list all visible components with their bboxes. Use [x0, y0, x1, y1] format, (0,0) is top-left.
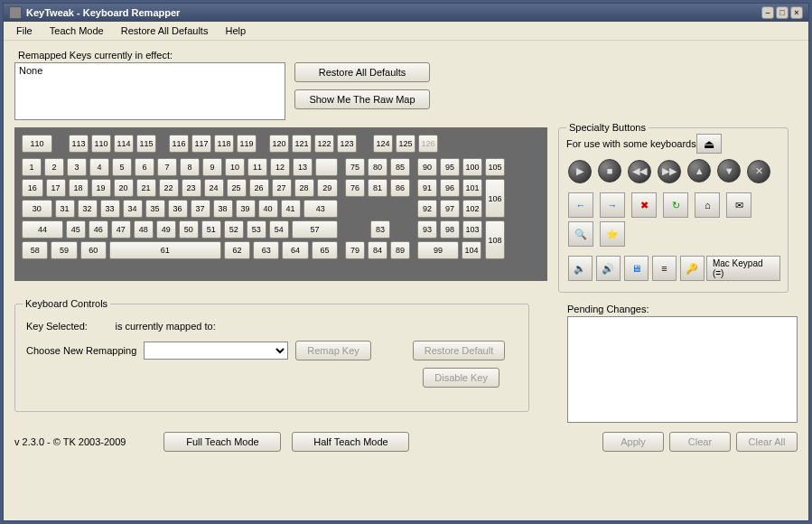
nav-search-button[interactable]: 🔍 [568, 221, 593, 247]
app-button-1[interactable]: 🔈 [568, 256, 593, 281]
key[interactable]: 33 [100, 200, 120, 218]
key[interactable]: 81 [368, 179, 387, 197]
key[interactable]: 2 [44, 158, 64, 176]
key[interactable]: 117 [191, 135, 211, 153]
key[interactable]: 105 [485, 158, 505, 176]
apply-button[interactable]: Apply [602, 432, 664, 452]
key[interactable]: 25 [227, 179, 247, 197]
key[interactable]: 44 [22, 220, 63, 239]
minimize-button[interactable]: – [761, 6, 774, 19]
key[interactable]: 8 [180, 158, 200, 176]
key[interactable]: 86 [390, 179, 410, 197]
key[interactable]: 90 [417, 158, 437, 176]
key[interactable]: 52 [224, 220, 244, 239]
key[interactable]: 108 [485, 220, 505, 259]
app-button-2[interactable]: 🔊 [596, 256, 621, 281]
key[interactable]: 45 [66, 220, 86, 239]
key[interactable]: 106 [485, 179, 505, 218]
menu-restore-defaults[interactable]: Restore All Defaults [114, 23, 216, 38]
key[interactable]: 54 [269, 220, 289, 239]
menu-help[interactable]: Help [218, 23, 253, 38]
key[interactable]: 38 [213, 200, 233, 218]
key[interactable]: 123 [337, 135, 357, 153]
key[interactable]: 92 [417, 200, 437, 218]
clear-button[interactable]: Clear [669, 432, 731, 452]
media-stop-button[interactable]: ■ [598, 159, 621, 182]
key[interactable]: 11 [247, 158, 267, 176]
media-prev-button[interactable]: ◀◀ [628, 160, 651, 183]
key[interactable]: 18 [69, 179, 89, 197]
key[interactable]: 98 [440, 220, 460, 239]
nav-home-button[interactable]: ⌂ [695, 192, 720, 218]
nav-favorites-button[interactable]: ⭐ [600, 221, 625, 247]
menu-file[interactable]: File [9, 23, 40, 38]
key[interactable]: 48 [134, 220, 154, 239]
media-vol-up-button[interactable]: ▲ [687, 159, 711, 182]
show-raw-map-button[interactable]: Show Me The Raw Map [294, 89, 430, 109]
key[interactable]: 79 [345, 241, 365, 259]
key[interactable]: 7 [157, 158, 177, 176]
key[interactable]: 95 [440, 158, 460, 176]
nav-stop-button[interactable]: ✖ [631, 192, 657, 218]
key[interactable]: 89 [390, 241, 410, 259]
key[interactable]: 60 [80, 241, 107, 259]
key[interactable]: 6 [135, 158, 154, 176]
calculator-button[interactable]: ≡ [652, 256, 677, 281]
key[interactable]: 124 [373, 135, 393, 153]
key[interactable]: 116 [169, 135, 189, 153]
half-teach-mode-button[interactable]: Half Teach Mode [292, 432, 409, 452]
key[interactable]: 46 [89, 220, 108, 239]
key[interactable]: 63 [253, 241, 279, 259]
key[interactable]: 32 [78, 200, 98, 218]
key[interactable]: 3 [67, 158, 87, 176]
key[interactable]: 4 [89, 158, 109, 176]
key[interactable]: 58 [22, 241, 48, 259]
key[interactable]: 24 [204, 179, 224, 197]
key[interactable]: 83 [370, 220, 390, 239]
key[interactable]: 76 [345, 179, 365, 197]
key[interactable]: 9 [202, 158, 222, 176]
key[interactable]: 85 [390, 158, 410, 176]
key[interactable]: 110 [22, 135, 52, 153]
key[interactable]: 36 [168, 200, 188, 218]
key[interactable]: 31 [55, 200, 75, 218]
key[interactable]: 50 [179, 220, 199, 239]
key[interactable]: 65 [312, 241, 338, 259]
key[interactable]: 17 [46, 179, 66, 197]
sleep-button[interactable]: 🔑 [680, 256, 705, 281]
key[interactable]: 53 [247, 220, 266, 239]
key[interactable]: 39 [236, 200, 256, 218]
key[interactable]: 27 [272, 179, 292, 197]
key[interactable]: 19 [91, 179, 111, 197]
nav-back-button[interactable]: ← [568, 192, 593, 218]
full-teach-mode-button[interactable]: Full Teach Mode [163, 432, 281, 452]
key[interactable]: 97 [440, 200, 460, 218]
key[interactable]: 13 [293, 158, 313, 176]
key[interactable]: 41 [281, 200, 301, 218]
key[interactable]: 75 [345, 158, 365, 176]
key[interactable]: 22 [159, 179, 179, 197]
key[interactable]: 125 [396, 135, 415, 153]
clear-all-button[interactable]: Clear All [736, 432, 798, 452]
key[interactable]: 64 [282, 241, 308, 259]
maximize-button[interactable]: □ [776, 6, 789, 19]
media-next-button[interactable]: ▶▶ [658, 160, 681, 183]
key[interactable]: 51 [201, 220, 221, 239]
key[interactable]: 1 [22, 158, 42, 176]
key[interactable]: 28 [294, 179, 314, 197]
menu-teach-mode[interactable]: Teach Mode [42, 23, 111, 38]
nav-mail-button[interactable]: ✉ [726, 192, 751, 218]
key[interactable]: 30 [22, 200, 52, 218]
key[interactable]: 23 [182, 179, 201, 197]
key[interactable]: 16 [22, 179, 43, 197]
media-play-button[interactable]: ▶ [568, 160, 592, 183]
close-button[interactable]: × [790, 6, 803, 19]
key[interactable]: 102 [462, 200, 482, 218]
key[interactable]: 114 [114, 135, 134, 153]
eject-button[interactable]: ⏏ [696, 134, 722, 154]
key[interactable]: 57 [292, 220, 338, 239]
key[interactable]: 47 [111, 220, 131, 239]
key[interactable]: 37 [191, 200, 210, 218]
key[interactable]: 91 [417, 179, 437, 197]
key[interactable]: 93 [417, 220, 437, 239]
